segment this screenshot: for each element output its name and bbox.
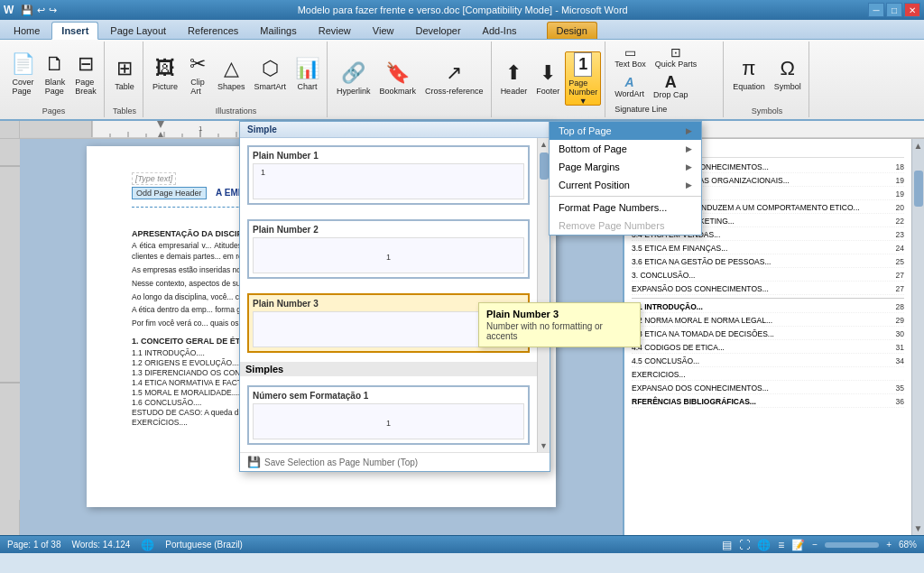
close-button[interactable]: ✕: [904, 3, 920, 17]
shapes-button[interactable]: △ Shapes: [214, 47, 249, 101]
picture-label: Picture: [152, 82, 178, 91]
plain-number-1-preview: 1: [253, 163, 524, 199]
toc-entry-page: 18: [886, 162, 904, 171]
toc-entry-3-6: 3.6 ETICA NA GESTÃO DE PESSOAS...25: [632, 256, 904, 268]
zoom-level[interactable]: 68%: [899, 540, 917, 550]
pages-buttons: 📄 CoverPage 🗋 BlankPage ⊟ PageBreak: [7, 43, 100, 105]
wordart-button[interactable]: A WordArt: [611, 73, 648, 100]
tab-design[interactable]: Design: [547, 22, 597, 39]
page-num-preview-2: 1: [386, 253, 391, 262]
picture-button[interactable]: 🖼 Picture: [149, 47, 181, 101]
equation-icon: π: [742, 57, 755, 80]
numero-sem-formatacao-preview: 1: [253, 403, 524, 439]
ctx-format-page-numbers[interactable]: Format Page Numbers...: [550, 199, 701, 217]
page-break-button[interactable]: ⊟ PageBreak: [71, 47, 100, 101]
maximize-button[interactable]: □: [886, 3, 902, 17]
view-draft[interactable]: 📝: [791, 539, 805, 551]
ruler-corner: [0, 121, 20, 138]
save-page-number-button[interactable]: 💾 Save Selection as Page Number (Top): [240, 452, 550, 471]
tab-insert[interactable]: Insert: [51, 22, 98, 40]
drop-cap-button[interactable]: A Drop Cap: [650, 72, 692, 101]
zoom-slider[interactable]: [825, 542, 879, 548]
bookmark-button[interactable]: 🔖 Bookmark: [376, 51, 420, 106]
vertical-scrollbar[interactable]: ▲ ▼: [911, 139, 924, 535]
quick-parts-button[interactable]: ⊡ Quick Parts: [651, 43, 701, 70]
ctx-current-position[interactable]: Current Position ▶: [550, 176, 701, 194]
tab-developer[interactable]: Developer: [405, 22, 470, 39]
header-button[interactable]: ⬆ Header: [497, 51, 531, 106]
page-number-label: PageNumber: [568, 79, 597, 97]
tab-view[interactable]: View: [363, 22, 404, 39]
scroll-down-button[interactable]: ▼: [914, 522, 923, 535]
toc-label: 1.1 INTRODUÇÃO....: [132, 348, 205, 357]
picture-icon: 🖼: [155, 57, 175, 80]
view-web-layout[interactable]: 🌐: [757, 539, 771, 551]
hyperlink-button[interactable]: 🔗 Hyperlink: [333, 51, 374, 106]
language-label[interactable]: Portuguese (Brazil): [165, 540, 243, 550]
ctx-margins-arrow: ▶: [686, 162, 692, 171]
dropdown-scrollbar-thumb[interactable]: [540, 152, 549, 180]
toc-entry-page: 23: [886, 230, 904, 239]
quick-access-undo[interactable]: ↩: [37, 5, 45, 16]
zoom-out-button[interactable]: −: [812, 540, 818, 550]
ctx-page-margins[interactable]: Page Margins ▶: [550, 158, 701, 176]
page-number-dropdown: Simple Plain Number 1 1 Plain Number 2 1: [239, 121, 550, 472]
type-text-placeholder[interactable]: [Type text]: [132, 172, 176, 185]
view-full-screen[interactable]: ⛶: [739, 539, 750, 551]
header-label: Header: [501, 87, 528, 96]
page-break-icon: ⊟: [78, 52, 94, 76]
drop-cap-label: Drop Cap: [653, 90, 688, 99]
cross-reference-label: Cross-reference: [425, 87, 484, 96]
dropdown-scroll-up[interactable]: ▲: [540, 140, 548, 149]
toc-entry-page: 31: [886, 343, 904, 352]
zoom-in-button[interactable]: +: [886, 540, 892, 550]
view-outline[interactable]: ≡: [778, 539, 784, 551]
tab-references[interactable]: References: [178, 22, 248, 39]
view-print-layout[interactable]: ▤: [722, 539, 732, 551]
signature-line-button[interactable]: Signature Line: [611, 103, 670, 116]
plain-number-2-option[interactable]: Plain Number 2 1: [247, 219, 530, 279]
hyperlink-icon: 🔗: [341, 61, 365, 85]
tab-page-layout[interactable]: Page Layout: [100, 22, 176, 39]
chart-icon: 📊: [295, 57, 319, 80]
tab-review[interactable]: Review: [309, 22, 361, 39]
blank-page-button[interactable]: 🗋 BlankPage: [41, 47, 69, 101]
scrollbar-thumb[interactable]: [914, 171, 923, 207]
footer-button[interactable]: ⬇ Footer: [532, 51, 563, 106]
scroll-up-button[interactable]: ▲: [914, 139, 923, 152]
illustrations-buttons: 🖼 Picture ✂ ClipArt △ Shapes ⬡ SmartArt …: [149, 43, 323, 105]
wordart-icon: A: [625, 75, 634, 89]
ribbon-panel: 📄 CoverPage 🗋 BlankPage ⊟ PageBreak Page…: [0, 40, 924, 121]
dropdown-scroll-down[interactable]: ▼: [540, 441, 548, 450]
quick-access-redo[interactable]: ↪: [49, 5, 57, 16]
vertical-ruler: [0, 139, 20, 535]
toc-entry-page: [886, 370, 904, 379]
toc-label: 1.5 MORAL E MORALIDADE....: [132, 388, 240, 397]
ctx-margins-label: Page Margins: [559, 162, 620, 172]
tab-home[interactable]: Home: [4, 22, 50, 39]
toc-entry-3-5: 3.5 ETICA EM FINANÇAS...24: [632, 243, 904, 254]
text-box-button[interactable]: ▭ Text Box: [611, 43, 650, 70]
clip-art-button[interactable]: ✂ ClipArt: [183, 47, 212, 101]
footer-icon: ⬇: [540, 61, 556, 85]
smartart-button[interactable]: ⬡ SmartArt: [251, 47, 291, 101]
toc-label: EXERCÍCIOS....: [132, 418, 188, 427]
tab-add-ins[interactable]: Add-Ins: [473, 22, 527, 39]
cross-reference-button[interactable]: ↗ Cross-reference: [421, 51, 487, 106]
chart-button[interactable]: 📊 Chart: [291, 47, 323, 101]
smartart-icon: ⬡: [262, 57, 279, 80]
table-button[interactable]: ⊞ Table: [110, 47, 139, 101]
quick-access-save[interactable]: 💾: [21, 5, 33, 16]
equation-button[interactable]: π Equation: [729, 47, 769, 101]
shapes-icon: △: [224, 57, 239, 80]
tab-mailings[interactable]: Mailings: [250, 22, 306, 39]
symbol-button[interactable]: Ω Symbol: [771, 47, 805, 101]
ctx-bottom-of-page[interactable]: Bottom of Page ▶: [550, 140, 701, 158]
numero-sem-formatacao-option[interactable]: Número sem Formatação 1 1: [247, 385, 530, 445]
page-number-button[interactable]: 1 PageNumber ▼: [565, 51, 601, 106]
ctx-top-of-page[interactable]: Top of Page ▶: [550, 122, 701, 140]
toc-entry-page: 36: [886, 397, 904, 406]
plain-number-1-option[interactable]: Plain Number 1 1: [247, 145, 530, 205]
minimize-button[interactable]: ─: [868, 3, 884, 17]
cover-page-button[interactable]: 📄 CoverPage: [7, 47, 39, 101]
